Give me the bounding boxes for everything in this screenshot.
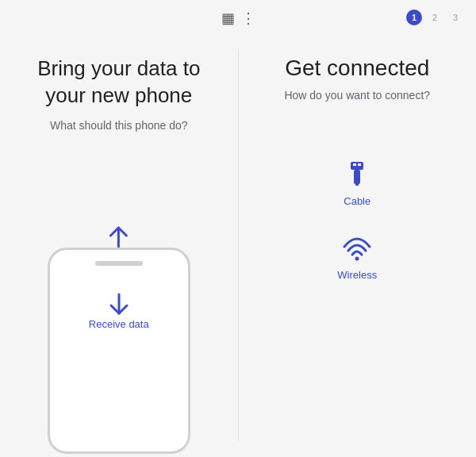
more-icon[interactable]: ⋮ [241, 10, 255, 27]
cable-label: Cable [344, 195, 370, 207]
step-2-dot: 2 [427, 10, 443, 25]
phone-notch [95, 261, 143, 266]
right-panel: Get connected How do you want to connect… [239, 36, 477, 454]
right-title: Get connected [264, 56, 451, 81]
receive-data-option[interactable]: Receive data [89, 290, 149, 330]
cable-icon [342, 159, 372, 189]
phone-area: Receive data [40, 248, 198, 454]
top-bar-icons: ▦ ⋮ [221, 10, 255, 27]
step-1-dot: 1 [406, 10, 422, 25]
receive-data-label: Receive data [89, 318, 149, 330]
receive-arrow-icon [105, 290, 133, 318]
wireless-label: Wireless [337, 269, 377, 281]
svg-rect-1 [353, 163, 356, 166]
top-bar: ▦ ⋮ 1 2 3 [0, 0, 476, 36]
left-subtitle: What should this phone do? [25, 119, 213, 132]
svg-rect-4 [355, 182, 359, 186]
connection-options: Cable Wireless [264, 159, 451, 281]
svg-point-5 [355, 257, 359, 261]
menu-icon[interactable]: ▦ [221, 10, 235, 27]
wireless-icon [340, 232, 374, 263]
step-indicators: 1 2 3 [406, 10, 463, 25]
left-title: Bring your data to your new phone [25, 56, 213, 109]
svg-rect-3 [354, 170, 360, 184]
right-subtitle: How do you want to connect? [264, 89, 451, 102]
cable-option[interactable]: Cable [342, 159, 372, 207]
phone-mockup: Receive data [48, 248, 190, 454]
left-panel: Bring your data to your new phone What s… [0, 36, 238, 454]
svg-rect-0 [351, 162, 363, 170]
svg-rect-2 [358, 163, 361, 166]
main-content: Bring your data to your new phone What s… [0, 36, 476, 454]
wireless-option[interactable]: Wireless [337, 232, 377, 281]
step-3-dot: 3 [447, 10, 463, 25]
